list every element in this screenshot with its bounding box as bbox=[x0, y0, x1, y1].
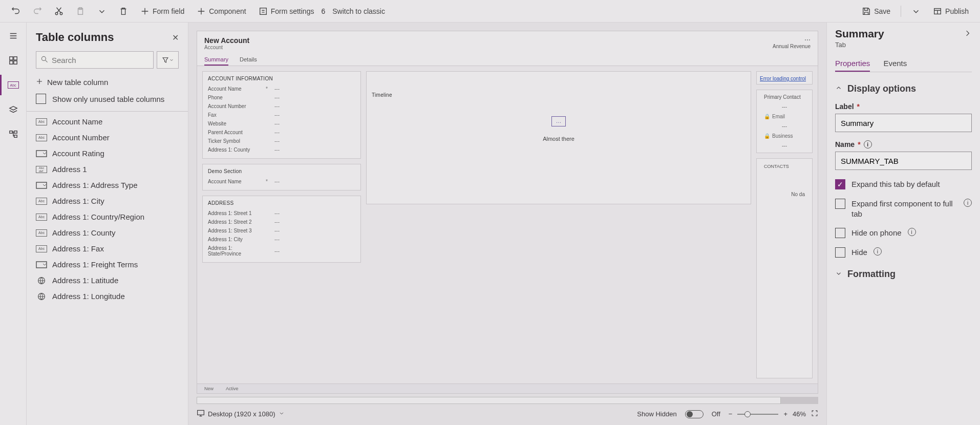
new-table-column-button[interactable]: New table column bbox=[27, 72, 188, 91]
plus-icon bbox=[140, 7, 150, 16]
hide-on-phone-checkbox[interactable]: Hide on phone i bbox=[835, 228, 972, 238]
column-item[interactable]: AbcAddress 1: County bbox=[36, 225, 179, 241]
info-icon[interactable]: i bbox=[874, 247, 882, 256]
formatting-header[interactable]: Formatting bbox=[835, 269, 972, 280]
form-field-row[interactable]: Ticker Symbol--- bbox=[208, 137, 355, 145]
cut-button[interactable] bbox=[49, 4, 69, 19]
form-settings-button[interactable]: Form settings bbox=[253, 4, 319, 19]
expand-first-checkbox[interactable]: Expand first component to full tab i bbox=[835, 199, 972, 219]
info-icon[interactable]: i bbox=[864, 140, 872, 148]
field-value: --- bbox=[274, 112, 355, 118]
email-label: Email bbox=[772, 114, 785, 119]
column-list[interactable]: AbcAccount NameAbcAccount NumberAccount … bbox=[27, 114, 188, 425]
zoom-slider[interactable] bbox=[737, 414, 778, 415]
column-item[interactable]: AbcAddress 1: Country/Region bbox=[36, 209, 179, 225]
info-icon[interactable]: i bbox=[964, 199, 972, 207]
column-item[interactable]: Account Rating bbox=[36, 145, 179, 161]
column-item[interactable]: AbcAddress 1: Fax bbox=[36, 241, 179, 257]
svg-rect-4 bbox=[260, 8, 266, 14]
form-card[interactable]: New Account Account ⋯ Annual Revenue Sum… bbox=[197, 31, 818, 394]
left-rail: Abc bbox=[0, 23, 27, 425]
panel-title: Table columns bbox=[36, 31, 114, 44]
plus-icon bbox=[197, 7, 206, 16]
column-item[interactable]: Address 1: Freight Terms bbox=[36, 257, 179, 272]
delete-button[interactable] bbox=[114, 4, 133, 19]
form-field-row[interactable]: Fax--- bbox=[208, 111, 355, 119]
info-icon[interactable]: i bbox=[908, 228, 916, 236]
timeline-text: Almost there bbox=[543, 136, 574, 142]
close-panel-button[interactable]: ✕ bbox=[172, 33, 179, 42]
show-unused-checkbox[interactable]: Show only unused table columns bbox=[27, 91, 188, 109]
switch-to-classic-button[interactable]: Switch to classic bbox=[327, 4, 390, 18]
rail-table-columns[interactable]: Abc bbox=[5, 77, 22, 93]
label-field-label: Label bbox=[835, 102, 854, 111]
publish-button[interactable]: Publish bbox=[928, 4, 974, 19]
column-item[interactable]: AbcdefAddress 1 bbox=[36, 161, 179, 177]
search-input[interactable] bbox=[52, 56, 149, 65]
fit-icon[interactable] bbox=[811, 410, 818, 418]
column-item[interactable]: AbcAccount Name bbox=[36, 114, 179, 130]
form-field-row[interactable]: Address 1: County--- bbox=[208, 145, 355, 154]
form-field-row[interactable]: Address 1: Street 2--- bbox=[208, 218, 355, 226]
display-options-header[interactable]: Display options bbox=[835, 83, 972, 94]
form-field-row[interactable]: Address 1: State/Province--- bbox=[208, 244, 355, 258]
rail-components[interactable] bbox=[5, 52, 22, 69]
form-field-row[interactable]: Phone--- bbox=[208, 93, 355, 102]
section-timeline[interactable]: Timeline Almost there bbox=[366, 71, 751, 204]
tab-properties[interactable]: Properties bbox=[835, 56, 870, 72]
column-label: Address 1: Address Type bbox=[52, 181, 138, 189]
label-input[interactable] bbox=[835, 114, 972, 132]
form-field-row[interactable]: Account Name*--- bbox=[208, 84, 355, 93]
redo-button[interactable] bbox=[28, 4, 47, 19]
svg-rect-11 bbox=[14, 131, 16, 134]
horizontal-scrollbar[interactable] bbox=[197, 397, 818, 404]
device-selector[interactable]: Desktop (1920 x 1080) bbox=[197, 409, 285, 419]
form-field-row[interactable]: Account Number--- bbox=[208, 102, 355, 111]
form-field-row[interactable]: Account Name*--- bbox=[208, 177, 355, 186]
paste-dropdown[interactable] bbox=[92, 4, 112, 19]
add-form-field-button[interactable]: Form field bbox=[135, 4, 189, 19]
switch-classic-label: Switch to classic bbox=[332, 7, 385, 15]
form-tab[interactable]: Details bbox=[240, 53, 257, 66]
more-menu[interactable]: ⋯ bbox=[773, 36, 811, 44]
tab-events[interactable]: Events bbox=[883, 56, 907, 72]
primary-contact-section[interactable]: Primary Contact --- 🔒Email --- 🔒Business… bbox=[756, 90, 813, 153]
save-button[interactable]: Save bbox=[857, 4, 896, 19]
undo-button[interactable] bbox=[6, 4, 26, 19]
hide-checkbox[interactable]: Hide i bbox=[835, 247, 972, 258]
column-item[interactable]: Address 1: Address Type bbox=[36, 177, 179, 193]
form-field-row[interactable]: Address 1: Street 3--- bbox=[208, 226, 355, 235]
form-field-row[interactable]: Address 1: City--- bbox=[208, 235, 355, 244]
section-address[interactable]: ADDRESS Address 1: Street 1---Address 1:… bbox=[202, 196, 361, 263]
checkbox-box bbox=[835, 199, 845, 209]
add-component-button[interactable]: Component bbox=[191, 4, 251, 19]
form-field-row[interactable]: Address 1: Street 1--- bbox=[208, 209, 355, 218]
zoom-in-button[interactable]: + bbox=[783, 410, 787, 418]
filter-button[interactable] bbox=[157, 51, 179, 69]
column-item[interactable]: Address 1: Latitude bbox=[36, 272, 179, 288]
column-item[interactable]: Address 1: Longitude bbox=[36, 288, 179, 304]
checkbox-box bbox=[835, 247, 845, 258]
name-input[interactable] bbox=[835, 152, 972, 170]
paste-button[interactable] bbox=[71, 4, 90, 19]
rail-layers[interactable] bbox=[5, 101, 22, 118]
expand-default-checkbox[interactable]: Expand this tab by default bbox=[835, 179, 972, 189]
zoom-out-button[interactable]: − bbox=[729, 410, 733, 418]
contacts-section[interactable]: CONTACTS No da bbox=[756, 158, 813, 378]
column-item[interactable]: AbcAddress 1: City bbox=[36, 193, 179, 209]
form-tab[interactable]: Summary bbox=[204, 53, 228, 66]
hamburger-menu[interactable] bbox=[5, 28, 22, 44]
rail-tree[interactable] bbox=[5, 126, 22, 142]
error-link[interactable]: Error loading control bbox=[760, 76, 806, 81]
expand-default-label: Expand this tab by default bbox=[851, 179, 972, 189]
form-field-row[interactable]: Website--- bbox=[208, 119, 355, 128]
field-label: Account Name bbox=[208, 86, 259, 92]
save-dropdown[interactable] bbox=[906, 4, 926, 19]
column-item[interactable]: AbcAccount Number bbox=[36, 130, 179, 145]
section-account-info[interactable]: ACCOUNT INFORMATION Account Name*---Phon… bbox=[202, 71, 361, 159]
section-demo[interactable]: Demo Section Account Name*--- bbox=[202, 164, 361, 190]
form-field-row[interactable]: Parent Account--- bbox=[208, 128, 355, 137]
collapse-panel-button[interactable] bbox=[964, 29, 972, 39]
search-input-wrap[interactable] bbox=[36, 51, 154, 69]
show-hidden-toggle[interactable] bbox=[685, 410, 704, 418]
